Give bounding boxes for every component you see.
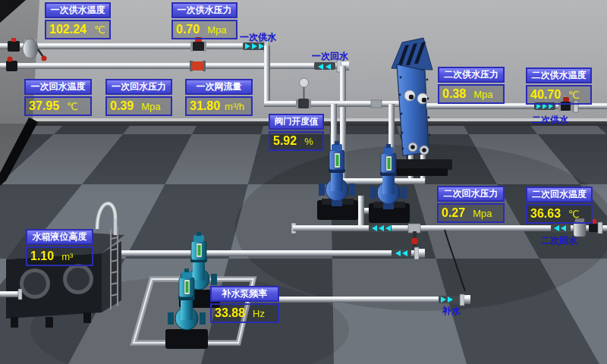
- gauge-header: 阀门开度值: [269, 114, 324, 130]
- gauge-header: 补水泵频率: [210, 286, 279, 302]
- hmi-screen: 一次供水温度 102.24℃ 一次供水压力 0.70Mpa 一次回水温度 37.…: [0, 0, 607, 364]
- pipe-tag-primary-return: 一次回水: [312, 50, 348, 63]
- gauge-value: 102.24: [49, 23, 86, 36]
- gauge-value-box: 37.95℃: [24, 96, 92, 116]
- pump-run-indicator: [336, 155, 339, 166]
- gauge-header: 一次回水压力: [105, 79, 172, 95]
- gauge-primary-supply-temp: 一次供水温度 102.24℃: [45, 2, 111, 39]
- gauge-tank-level: 水箱液位高度 1.10m³: [26, 229, 93, 266]
- gauge-primary-flow: 一次网流量 31.80m³/h: [185, 79, 253, 116]
- gauge-value: 0.27: [442, 206, 465, 220]
- gauge-value-box: 40.70℃: [526, 85, 592, 105]
- gauge-primary-return-pressure: 一次回水压力 0.39Mpa: [105, 79, 172, 116]
- gauge-value: 0.38: [442, 87, 466, 101]
- gauge-valve-opening: 阀门开度值 5.92%: [269, 114, 324, 151]
- drain-valve: [42, 56, 47, 61]
- gauge-value: 33.88: [215, 306, 245, 320]
- gauge-unit: ℃: [94, 24, 105, 36]
- branch-red-valve: [411, 238, 418, 245]
- gauge-unit: %: [304, 136, 313, 147]
- gauge-secondary-return-temp: 二次回水温度 36.63℃: [526, 187, 593, 224]
- red-gate-valve: [192, 61, 203, 71]
- pump-run-indicator: [198, 245, 201, 256]
- gauge-unit: m³: [61, 251, 73, 262]
- valve-red-handle: [8, 57, 13, 62]
- gauge-header: 水箱液位高度: [26, 229, 93, 245]
- gauge-unit: Mpa: [473, 89, 492, 100]
- pipe-tag-secondary-return: 二次回水: [541, 234, 577, 247]
- gauge-value-box: 0.38Mpa: [438, 84, 505, 104]
- gauge-header: 二次回水温度: [526, 187, 593, 202]
- plant-3d-scene: [0, 0, 607, 364]
- pipe-tag-makeup: 补水: [442, 305, 461, 318]
- gauge-value: 1.10: [30, 249, 54, 263]
- gauge-value: 31.80: [190, 99, 220, 113]
- gauge-secondary-supply-pressure: 二次供水压力 0.38Mpa: [438, 67, 505, 104]
- gauge-value: 5.92: [273, 134, 297, 148]
- gauge-header: 一次网流量: [185, 79, 253, 95]
- gauge-primary-return-temp: 一次回水温度 37.95℃: [24, 79, 92, 116]
- strainer-pot: [23, 39, 38, 58]
- gauge-unit: Mpa: [473, 208, 492, 219]
- gauge-header: 二次供水压力: [438, 67, 505, 83]
- gauge-value-box: 0.39Mpa: [105, 96, 172, 116]
- gauge-header: 一次供水温度: [45, 2, 111, 18]
- gauge-value: 0.70: [176, 23, 200, 36]
- valve-red-handle: [11, 38, 16, 42]
- pump-run-indicator: [388, 158, 391, 169]
- gauge-value-box: 5.92%: [269, 131, 324, 151]
- gauge-header: 二次供水温度: [526, 67, 592, 83]
- pump-run-indicator: [186, 281, 189, 293]
- gauge-value: 37.95: [29, 99, 59, 113]
- gauge-value: 40.70: [530, 88, 561, 102]
- gauge-unit: ℃: [67, 101, 78, 112]
- gauge-value: 0.39: [110, 99, 134, 113]
- gauge-header: 二次回水压力: [437, 186, 505, 202]
- gauge-unit: m³/h: [225, 101, 244, 112]
- gauge-primary-supply-pressure: 一次供水压力 0.70Mpa: [171, 2, 237, 39]
- gauge-unit: ℃: [568, 89, 580, 101]
- gauge-value-box: 36.63℃: [526, 204, 593, 224]
- gauge-value-box: 0.27Mpa: [437, 203, 505, 223]
- pipe-tag-primary-supply: 一次供水: [240, 31, 276, 44]
- gauge-header: 一次回水温度: [24, 79, 92, 95]
- gauge-value-box: 0.70Mpa: [171, 20, 237, 39]
- gauge-value-box: 102.24℃: [45, 20, 111, 39]
- gauge-unit: Mpa: [207, 24, 226, 36]
- gauge-secondary-supply-temp: 二次供水温度 40.70℃: [526, 67, 592, 105]
- gauge-header: 一次供水压力: [171, 2, 237, 18]
- gauge-unit: Hz: [253, 308, 265, 319]
- gauge-secondary-return-pressure: 二次回水压力 0.27Mpa: [437, 186, 505, 223]
- gauge-value: 36.63: [530, 207, 561, 221]
- pipe-tag-secondary-supply: 二次供水: [532, 114, 568, 127]
- gauge-makeup-pump-frequency: 补水泵频率 33.88Hz: [210, 286, 279, 323]
- gauge-value-box: 1.10m³: [26, 246, 93, 266]
- gauge-unit: ℃: [568, 209, 580, 220]
- gauge-unit: Mpa: [141, 101, 160, 112]
- gauge-value-box: 31.80m³/h: [185, 96, 253, 116]
- gauge-value-box: 33.88Hz: [210, 303, 279, 323]
